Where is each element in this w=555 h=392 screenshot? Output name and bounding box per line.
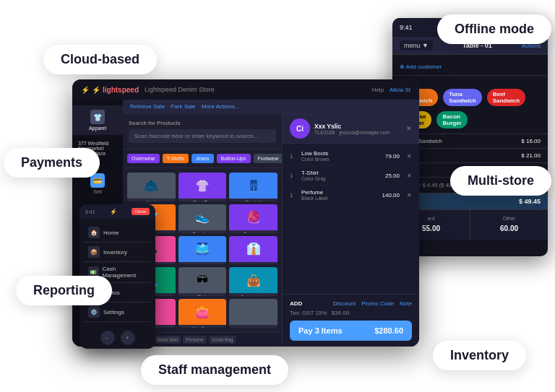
other-amount: 60.00: [500, 225, 518, 232]
park-sale-btn[interactable]: Park Sale: [171, 103, 196, 110]
style-name: Style: [178, 293, 227, 296]
perfume-price: 140.00: [382, 192, 400, 199]
crop-top-image: 👚: [178, 173, 227, 199]
tshirt-delete-btn[interactable]: ✕: [407, 173, 412, 179]
style-image: 🕶: [178, 267, 227, 293]
sub-small-bag[interactable]: Small Bag: [209, 336, 236, 344]
neckwear-name: Neckwear: [229, 262, 278, 265]
tshirt-variant: Color Gray: [301, 176, 381, 181]
lightning-logo-icon: ⚡: [92, 86, 100, 94]
cat-jeans[interactable]: Jeans: [192, 154, 214, 163]
callout-multi-store: Multi-store: [450, 166, 551, 196]
settings-menu-icon: ⚙️: [88, 306, 100, 318]
product-empty: [229, 299, 278, 328]
vest-name: Vest: [127, 199, 176, 201]
mobile-menu-home[interactable]: 🏠 Home: [84, 223, 151, 243]
sweaters-name: Sweaters: [229, 230, 278, 233]
straight-image: 👖: [229, 173, 278, 199]
mobile-logo-icon: ⚡: [110, 209, 117, 215]
cart-footer: ADD Discount Promo Code Note Tax: GST 15…: [283, 294, 419, 347]
accessories-name: Accessories: [229, 293, 278, 296]
perfume-variant: Black Label: [301, 196, 378, 201]
order-item-2-price: $ 21.00: [521, 152, 541, 159]
menu-dropdown[interactable]: menu ▼: [400, 40, 433, 51]
tax-label: Tax: GST 15%: [290, 310, 327, 316]
food-tab-list: HamSandwich TunaSandwich BeefSandwich Ch…: [398, 87, 542, 130]
help-link[interactable]: Help: [372, 87, 384, 93]
empty-name: [229, 325, 278, 328]
perfume-delete-btn[interactable]: ✕: [407, 192, 412, 199]
sub-perfume[interactable]: Perfume: [183, 336, 207, 344]
search-bar[interactable]: Scan barcode here or enter keyword to se…: [129, 129, 276, 143]
perfume-details: Perfume Black Label: [301, 189, 378, 201]
cat-tshirts[interactable]: T-Shirts: [163, 154, 189, 163]
user-avatar-text: Alicia St: [390, 87, 410, 93]
tshirt-name: T-Shirt: [301, 170, 381, 176]
pos-header-left: ⚡ lightspeed Lightspeed Denim Store: [81, 86, 215, 94]
product-crop-top[interactable]: 👚 Crop Top: [178, 173, 227, 201]
apparel-icon: 👕: [90, 110, 105, 124]
add-customer-button[interactable]: ⊕ Add customer: [400, 64, 442, 70]
product-shorts[interactable]: 🩳 Shorts: [178, 236, 227, 265]
food-screen-time: 9:41: [400, 24, 413, 31]
pay-items-count: 3 Items: [315, 326, 343, 335]
cart-item-boots: 1 Low Boots Color Brown 79.00 ✕: [283, 147, 419, 166]
pay-total-amount: $280.60: [374, 326, 403, 335]
customer-avatar: Ci: [290, 118, 310, 139]
customer-name: Xxx Yslic: [314, 123, 402, 130]
tuna-sandwich-tab[interactable]: TunaSandwich: [443, 89, 481, 106]
boots-qty: 1: [290, 153, 297, 160]
mobile-menu-settings[interactable]: ⚙️ Settings: [84, 302, 151, 322]
product-sneakers-1[interactable]: 👟 Sneakers: [178, 204, 227, 233]
bacon-burger-tab[interactable]: BaconBurger: [436, 111, 467, 129]
neckwear-image: 👔: [229, 236, 278, 262]
handbags-image: 👛: [178, 299, 227, 325]
shorts-name: Shorts: [178, 262, 227, 265]
pay-label-items: Pay 3 Items: [298, 326, 343, 335]
retrieve-sale-btn[interactable]: Retrieve Sale: [130, 103, 165, 110]
cat-footwear[interactable]: Footwear: [254, 154, 282, 163]
note-link[interactable]: Note: [400, 300, 412, 307]
sub-black-belt[interactable]: Black Belt: [154, 336, 181, 344]
home-menu-label: Home: [103, 230, 119, 236]
callout-reporting: Reporting: [16, 276, 112, 305]
boots-variant: Color Brown: [301, 157, 381, 162]
boots-price: 79.00: [385, 153, 400, 160]
beef-sandwich-tab[interactable]: BeefSandwich: [487, 89, 525, 106]
home-menu-icon: 🏠: [88, 227, 100, 238]
cash-menu-label: Cash Management: [103, 266, 147, 279]
sidebar-apparel[interactable]: 👕 Apparel: [72, 105, 123, 135]
cat-outerwear[interactable]: Outerwear: [127, 154, 160, 163]
crop-top-name: Crop Top: [178, 199, 227, 201]
product-style[interactable]: 🕶 Style: [178, 267, 227, 296]
mobile-add-btn[interactable]: +: [121, 331, 135, 345]
more-actions-btn[interactable]: More Actions...: [202, 103, 240, 110]
mobile-time: 9:41: [85, 209, 95, 214]
add-label: ADD: [290, 300, 302, 307]
shorts-image: 🩳: [178, 236, 227, 262]
settings-menu-label: Settings: [103, 309, 124, 315]
other-payment[interactable]: Other 60.00: [470, 210, 548, 240]
discount-link[interactable]: Discount: [333, 300, 356, 307]
mobile-menu-content: 🏠 Home 📦 Inventory 💵 Cash Management ⭐ S…: [79, 219, 155, 326]
boots-delete-btn[interactable]: ✕: [407, 153, 412, 160]
product-straight[interactable]: 👖 Straight: [229, 173, 278, 201]
product-handbags[interactable]: 👛 Handbags: [178, 299, 227, 328]
cat-button-ups[interactable]: Button-Ups: [217, 154, 251, 163]
handbags-name: Handbags: [178, 325, 227, 328]
product-accessories[interactable]: 👜 Accessories: [229, 267, 278, 296]
mobile-menu-inventory[interactable]: 📦 Inventory: [84, 243, 151, 262]
callout-payments: Payments: [4, 148, 100, 178]
product-sweaters[interactable]: 🧶 Sweaters: [229, 204, 278, 233]
vest-image: 🧥: [127, 173, 176, 199]
mobile-close-btn[interactable]: Close: [132, 208, 150, 215]
product-vest[interactable]: 🧥 Vest: [127, 173, 176, 201]
promo-code-link[interactable]: Promo Code: [361, 300, 394, 307]
customer-id-email: TLE3168 jessica@exmaple.com: [314, 130, 402, 135]
product-neckwear[interactable]: 👔 Neckwear: [229, 236, 278, 265]
customer-email: jessica@exmaple.com: [339, 130, 390, 135]
mobile-back-btn[interactable]: ←: [100, 331, 115, 345]
pay-button[interactable]: Pay 3 Items $280.60: [290, 321, 412, 341]
pos-logo: ⚡ lightspeed: [81, 86, 139, 94]
cart-close-btn[interactable]: ✕: [406, 125, 412, 132]
